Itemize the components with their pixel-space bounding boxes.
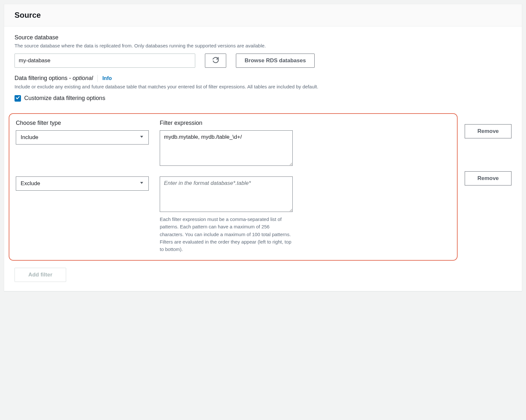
browse-rds-label: Browse RDS databases xyxy=(245,57,306,64)
svg-marker-0 xyxy=(140,136,143,138)
source-panel: Source Source database The source databa… xyxy=(4,4,522,291)
filter-expression-input-1[interactable] xyxy=(160,176,293,212)
filter-type-select-0[interactable]: Include xyxy=(16,130,149,145)
filtering-heading-optional: optional xyxy=(73,75,93,81)
panel-title: Source xyxy=(15,11,511,20)
filter-expr-header: Filter expression xyxy=(160,120,293,126)
filter-expression-input-0[interactable] xyxy=(160,130,293,166)
customize-checkbox-row: Customize data filtering options xyxy=(15,95,511,102)
filtering-heading-main: Data filtering options xyxy=(15,75,67,81)
remove-buttons-col: Remove Remove xyxy=(465,107,511,185)
filter-type-value-1: Exclude xyxy=(21,180,40,187)
remove-filter-button-0[interactable]: Remove xyxy=(465,124,511,138)
source-database-description: The source database where the data is re… xyxy=(15,42,511,50)
filtering-heading-row: Data filtering options - optional Info xyxy=(15,75,511,82)
browse-rds-button[interactable]: Browse RDS databases xyxy=(236,54,315,68)
info-link[interactable]: Info xyxy=(102,75,112,81)
remove-filter-button-1[interactable]: Remove xyxy=(465,171,511,185)
check-icon xyxy=(15,95,20,101)
refresh-button[interactable] xyxy=(205,54,226,68)
filter-area: Choose filter type Include Filter expres… xyxy=(15,107,511,261)
source-database-input[interactable] xyxy=(15,54,195,68)
filter-type-header: Choose filter type xyxy=(16,120,149,126)
vertical-divider xyxy=(97,75,98,82)
customize-checkbox-label: Customize data filtering options xyxy=(24,95,105,102)
filtering-heading: Data filtering options - optional xyxy=(15,75,93,82)
data-filtering-group: Data filtering options - optional Info I… xyxy=(15,75,511,102)
filter-type-select-1[interactable]: Exclude xyxy=(16,176,149,191)
filter-type-col-1: Exclude xyxy=(16,176,149,191)
filtering-description: Include or exclude any existing and futu… xyxy=(15,83,511,91)
svg-marker-1 xyxy=(140,182,143,184)
filter-highlight-box: Choose filter type Include Filter expres… xyxy=(9,113,458,261)
filter-expr-col-0: Filter expression xyxy=(160,120,293,167)
chevron-down-icon xyxy=(139,180,144,187)
panel-body: Source database The source database wher… xyxy=(4,26,522,291)
filter-type-col-0: Choose filter type Include xyxy=(16,120,149,145)
customize-checkbox[interactable] xyxy=(15,95,21,102)
chevron-down-icon xyxy=(139,134,144,141)
source-database-label: Source database xyxy=(15,34,511,41)
filter-grid: Choose filter type Include Filter expres… xyxy=(16,120,450,253)
add-filter-button[interactable]: Add filter xyxy=(15,268,66,282)
source-database-row: Browse RDS databases xyxy=(15,54,511,68)
refresh-icon xyxy=(212,56,219,65)
panel-header: Source xyxy=(4,4,522,26)
filter-help-text: Each filter expression must be a comma-s… xyxy=(160,215,293,253)
source-database-group: Source database The source database wher… xyxy=(15,34,511,68)
filter-type-value-0: Include xyxy=(21,134,38,141)
add-filter-wrap: Add filter xyxy=(15,268,511,282)
filter-expr-col-1: Each filter expression must be a comma-s… xyxy=(160,176,293,253)
